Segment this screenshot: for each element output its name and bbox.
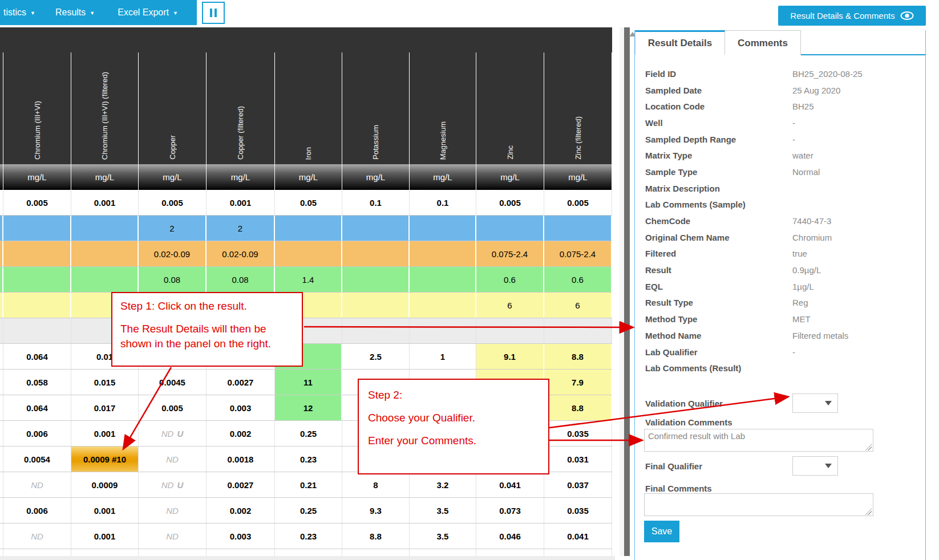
tab-comments[interactable]: Comments xyxy=(725,30,801,55)
result-cell[interactable]: 9.1 xyxy=(476,344,544,369)
menu-statistics[interactable]: tistics ▼ xyxy=(3,7,35,18)
result-cell[interactable]: 0.058 xyxy=(3,370,71,395)
result-cell[interactable]: 0.02-0.09 xyxy=(207,241,275,266)
result-cell[interactable]: 0.6 xyxy=(476,267,544,292)
result-cell[interactable]: 0.001 xyxy=(71,524,139,549)
result-cell[interactable]: 7.9 xyxy=(544,370,612,395)
result-cell[interactable] xyxy=(410,318,476,343)
result-cell[interactable]: 0.08 xyxy=(207,267,275,292)
result-cell[interactable]: 0.0027 xyxy=(207,370,275,395)
result-cell[interactable]: 0.002 xyxy=(207,421,275,446)
result-cell[interactable]: 0.0018 xyxy=(207,447,275,472)
result-cell[interactable]: 12 xyxy=(275,395,342,420)
save-button[interactable]: Save xyxy=(644,521,679,542)
result-cell[interactable]: 0.001 xyxy=(207,190,275,215)
result-cell[interactable] xyxy=(3,267,71,292)
result-cell[interactable]: 0.031 xyxy=(544,447,612,472)
final-qualifier-select[interactable] xyxy=(792,456,838,476)
result-cell[interactable]: 0.035 xyxy=(544,498,612,523)
result-cell[interactable] xyxy=(342,216,410,241)
result-cell[interactable]: 0.0045 xyxy=(139,370,207,395)
result-cell[interactable] xyxy=(342,267,410,292)
result-cell[interactable]: 0.1 xyxy=(410,190,476,215)
result-cell[interactable]: 0.1 xyxy=(342,190,410,215)
result-cell[interactable]: 0.041 xyxy=(544,524,612,549)
tab-result-details[interactable]: Result Details xyxy=(635,30,725,55)
result-cell[interactable]: 8.8 xyxy=(342,524,410,549)
result-cell[interactable]: 0.005 xyxy=(544,190,612,215)
result-cell[interactable]: 0.002 xyxy=(207,498,275,523)
result-cell[interactable]: 0.064 xyxy=(3,344,71,369)
result-cell[interactable]: 0.003 xyxy=(207,395,275,420)
result-cell[interactable]: 8 xyxy=(342,472,410,497)
result-cell[interactable]: 3.2 xyxy=(410,472,476,497)
result-cell[interactable]: 0.005 xyxy=(476,190,544,215)
result-cell[interactable]: 0.23 xyxy=(275,524,342,549)
result-cell[interactable]: 0.005 xyxy=(139,190,207,215)
result-cell[interactable]: NDU xyxy=(139,421,207,446)
result-cell[interactable]: 0.0027 xyxy=(207,472,275,497)
result-cell[interactable]: 0.08 xyxy=(139,267,207,292)
result-cell[interactable]: ND xyxy=(139,447,207,472)
result-cell[interactable]: ND xyxy=(139,498,207,523)
result-cell[interactable] xyxy=(410,267,476,292)
result-cell[interactable]: 0.6 xyxy=(544,267,612,292)
result-cell[interactable] xyxy=(410,241,476,266)
result-cell[interactable]: 0.015 xyxy=(71,370,139,395)
result-details-comments-button[interactable]: Result Details & Comments xyxy=(778,6,926,26)
result-cell[interactable] xyxy=(275,216,342,241)
result-cell[interactable] xyxy=(71,241,139,266)
result-cell[interactable]: 0.003 xyxy=(207,524,275,549)
result-cell[interactable]: 2.5 xyxy=(342,344,410,369)
result-cell[interactable]: 0.075-2.4 xyxy=(476,241,544,266)
result-cell[interactable]: 3.5 xyxy=(410,524,476,549)
result-cell[interactable]: 0.017 xyxy=(71,395,139,420)
result-cell[interactable]: 0.02-0.09 xyxy=(139,241,207,266)
result-cell[interactable]: NDU xyxy=(139,472,207,497)
result-cell[interactable]: 0.0054 xyxy=(3,447,71,472)
result-cell[interactable]: 1 xyxy=(410,344,476,369)
result-cell[interactable]: 0.001 xyxy=(71,498,139,523)
result-cell[interactable]: 0.001 xyxy=(71,421,139,446)
result-cell[interactable]: 0.25 xyxy=(275,498,342,523)
result-cell[interactable]: 6 xyxy=(476,293,544,318)
final-comments-input[interactable] xyxy=(644,493,873,516)
result-cell[interactable]: 2 xyxy=(139,216,207,241)
result-cell[interactable]: 0.046 xyxy=(476,524,544,549)
result-cell[interactable]: ND xyxy=(139,524,207,549)
result-cell[interactable]: 0.23 xyxy=(275,447,342,472)
result-cell[interactable] xyxy=(3,293,71,318)
menu-results[interactable]: Results ▼ xyxy=(55,7,95,18)
selected-result-cell[interactable]: 0.0009 #10 xyxy=(71,447,139,472)
result-cell[interactable] xyxy=(342,241,410,266)
result-cell[interactable]: 0.21 xyxy=(275,472,342,497)
result-cell[interactable] xyxy=(342,318,410,343)
result-cell[interactable]: ND xyxy=(3,472,71,497)
result-cell[interactable]: 8.8 xyxy=(544,395,612,420)
result-cell[interactable] xyxy=(71,267,139,292)
result-cell[interactable]: 0.005 xyxy=(3,190,71,215)
menu-excel-export[interactable]: Excel Export ▼ xyxy=(118,7,178,18)
result-cell[interactable] xyxy=(410,216,476,241)
result-cell[interactable]: 0.041 xyxy=(476,472,544,497)
result-cell[interactable]: 9.3 xyxy=(342,498,410,523)
result-cell[interactable]: 0.075-2.4 xyxy=(544,241,612,266)
result-cell[interactable] xyxy=(3,241,71,266)
result-cell[interactable]: 0.001 xyxy=(71,190,139,215)
result-cell[interactable] xyxy=(275,241,342,266)
vertical-scrollbar-thumb[interactable] xyxy=(624,27,630,556)
result-cell[interactable]: 8.8 xyxy=(544,344,612,369)
result-cell[interactable]: 6 xyxy=(544,293,612,318)
result-cell[interactable]: 3.5 xyxy=(410,498,476,523)
result-cell[interactable]: 0.037 xyxy=(544,472,612,497)
result-cell[interactable] xyxy=(544,216,612,241)
result-cell[interactable] xyxy=(3,216,71,241)
result-cell[interactable] xyxy=(544,318,612,343)
result-cell[interactable]: 0.064 xyxy=(3,395,71,420)
result-cell[interactable]: 0.006 xyxy=(3,421,71,446)
result-cell[interactable]: 1.4 xyxy=(275,267,342,292)
result-cell[interactable] xyxy=(3,318,71,343)
result-cell[interactable]: ND xyxy=(3,524,71,549)
result-cell[interactable]: 11 xyxy=(275,370,342,395)
result-cell[interactable] xyxy=(476,216,544,241)
